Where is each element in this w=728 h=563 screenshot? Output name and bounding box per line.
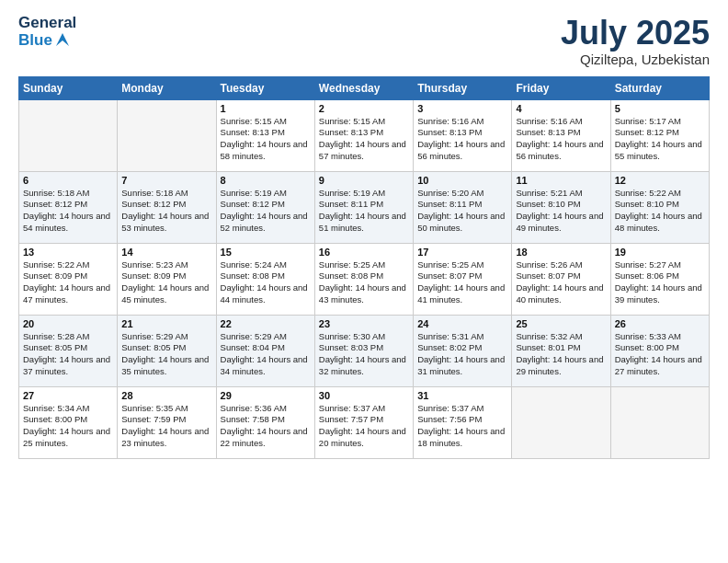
- day-number: 28: [121, 390, 211, 401]
- day-info: Sunrise: 5:37 AMSunset: 7:56 PMDaylight:…: [417, 403, 507, 450]
- logo: General Blue: [18, 15, 76, 49]
- day-info: Sunrise: 5:30 AMSunset: 8:03 PMDaylight:…: [319, 331, 409, 378]
- calendar: SundayMondayTuesdayWednesdayThursdayFrid…: [18, 76, 710, 459]
- day-info: Sunrise: 5:29 AMSunset: 8:05 PMDaylight:…: [121, 331, 211, 378]
- day-info: Sunrise: 5:15 AMSunset: 8:13 PMDaylight:…: [221, 116, 311, 163]
- day-number: 21: [121, 318, 211, 329]
- day-info: Sunrise: 5:36 AMSunset: 7:58 PMDaylight:…: [221, 403, 311, 450]
- day-info: Sunrise: 5:25 AMSunset: 8:07 PMDaylight:…: [417, 259, 507, 306]
- day-number: 10: [417, 175, 507, 186]
- calendar-cell: 31Sunrise: 5:37 AMSunset: 7:56 PMDayligh…: [414, 386, 512, 458]
- weekday-header: Friday: [512, 76, 610, 99]
- calendar-cell: 21Sunrise: 5:29 AMSunset: 8:05 PMDayligh…: [118, 315, 216, 386]
- day-info: Sunrise: 5:34 AMSunset: 8:00 PMDaylight:…: [23, 403, 113, 450]
- day-number: 16: [319, 247, 409, 258]
- day-number: 2: [319, 103, 409, 114]
- day-number: 6: [23, 175, 113, 186]
- day-number: 13: [23, 247, 113, 258]
- day-number: 25: [516, 318, 606, 329]
- day-info: Sunrise: 5:26 AMSunset: 8:07 PMDaylight:…: [516, 259, 606, 306]
- calendar-cell: 30Sunrise: 5:37 AMSunset: 7:57 PMDayligh…: [314, 386, 413, 458]
- logo-icon: [54, 31, 71, 48]
- title-section: July 2025 Qiziltepa, Uzbekistan: [561, 15, 710, 67]
- calendar-cell: 6Sunrise: 5:18 AMSunset: 8:12 PMDaylight…: [19, 171, 118, 243]
- logo-blue: Blue: [18, 32, 52, 50]
- day-info: Sunrise: 5:37 AMSunset: 7:57 PMDaylight:…: [319, 403, 409, 450]
- calendar-cell: 10Sunrise: 5:20 AMSunset: 8:11 PMDayligh…: [414, 171, 512, 243]
- page: General Blue July 2025 Qiziltepa, Uzbeki…: [0, 0, 728, 563]
- calendar-cell: 20Sunrise: 5:28 AMSunset: 8:05 PMDayligh…: [19, 315, 118, 386]
- calendar-cell: 29Sunrise: 5:36 AMSunset: 7:58 PMDayligh…: [216, 386, 314, 458]
- calendar-week-row: 27Sunrise: 5:34 AMSunset: 8:00 PMDayligh…: [19, 386, 710, 458]
- day-info: Sunrise: 5:27 AMSunset: 8:06 PMDaylight:…: [615, 259, 705, 306]
- day-info: Sunrise: 5:35 AMSunset: 7:59 PMDaylight:…: [121, 403, 211, 450]
- day-number: 31: [417, 390, 507, 401]
- day-number: 11: [516, 175, 606, 186]
- calendar-cell: 1Sunrise: 5:15 AMSunset: 8:13 PMDaylight…: [216, 99, 314, 171]
- day-number: 20: [23, 318, 113, 329]
- day-info: Sunrise: 5:23 AMSunset: 8:09 PMDaylight:…: [121, 259, 211, 306]
- calendar-cell: 5Sunrise: 5:17 AMSunset: 8:12 PMDaylight…: [610, 99, 709, 171]
- day-info: Sunrise: 5:17 AMSunset: 8:12 PMDaylight:…: [615, 116, 705, 163]
- day-number: 5: [615, 103, 705, 114]
- day-info: Sunrise: 5:18 AMSunset: 8:12 PMDaylight:…: [23, 188, 113, 235]
- calendar-cell: [512, 386, 610, 458]
- calendar-cell: 11Sunrise: 5:21 AMSunset: 8:10 PMDayligh…: [512, 171, 610, 243]
- day-number: 27: [23, 390, 113, 401]
- calendar-cell: 2Sunrise: 5:15 AMSunset: 8:13 PMDaylight…: [314, 99, 413, 171]
- month-title: July 2025: [561, 15, 710, 52]
- day-number: 1: [221, 103, 311, 114]
- calendar-cell: 9Sunrise: 5:19 AMSunset: 8:11 PMDaylight…: [314, 171, 413, 243]
- calendar-cell: 28Sunrise: 5:35 AMSunset: 7:59 PMDayligh…: [118, 386, 216, 458]
- day-info: Sunrise: 5:31 AMSunset: 8:02 PMDaylight:…: [417, 331, 507, 378]
- day-number: 30: [319, 390, 409, 401]
- day-info: Sunrise: 5:20 AMSunset: 8:11 PMDaylight:…: [417, 188, 507, 235]
- day-number: 22: [221, 318, 311, 329]
- day-info: Sunrise: 5:16 AMSunset: 8:13 PMDaylight:…: [516, 116, 606, 163]
- day-number: 18: [516, 247, 606, 258]
- calendar-header-row: SundayMondayTuesdayWednesdayThursdayFrid…: [19, 76, 710, 99]
- weekday-header: Monday: [118, 76, 216, 99]
- day-info: Sunrise: 5:15 AMSunset: 8:13 PMDaylight:…: [319, 116, 409, 163]
- day-number: 19: [615, 247, 705, 258]
- day-number: 23: [319, 318, 409, 329]
- calendar-cell: 24Sunrise: 5:31 AMSunset: 8:02 PMDayligh…: [414, 315, 512, 386]
- calendar-week-row: 13Sunrise: 5:22 AMSunset: 8:09 PMDayligh…: [19, 243, 710, 315]
- calendar-week-row: 6Sunrise: 5:18 AMSunset: 8:12 PMDaylight…: [19, 171, 710, 243]
- calendar-cell: 12Sunrise: 5:22 AMSunset: 8:10 PMDayligh…: [610, 171, 709, 243]
- day-info: Sunrise: 5:29 AMSunset: 8:04 PMDaylight:…: [221, 331, 311, 378]
- calendar-cell: 18Sunrise: 5:26 AMSunset: 8:07 PMDayligh…: [512, 243, 610, 315]
- calendar-week-row: 1Sunrise: 5:15 AMSunset: 8:13 PMDaylight…: [19, 99, 710, 171]
- weekday-header: Tuesday: [216, 76, 314, 99]
- weekday-header: Wednesday: [314, 76, 413, 99]
- calendar-cell: 25Sunrise: 5:32 AMSunset: 8:01 PMDayligh…: [512, 315, 610, 386]
- calendar-cell: [19, 99, 118, 171]
- weekday-header: Saturday: [610, 76, 709, 99]
- day-info: Sunrise: 5:18 AMSunset: 8:12 PMDaylight:…: [121, 188, 211, 235]
- calendar-cell: 26Sunrise: 5:33 AMSunset: 8:00 PMDayligh…: [610, 315, 709, 386]
- svg-marker-0: [56, 33, 69, 46]
- day-number: 3: [417, 103, 507, 114]
- calendar-cell: 19Sunrise: 5:27 AMSunset: 8:06 PMDayligh…: [610, 243, 709, 315]
- day-info: Sunrise: 5:21 AMSunset: 8:10 PMDaylight:…: [516, 188, 606, 235]
- day-number: 7: [121, 175, 211, 186]
- calendar-cell: 13Sunrise: 5:22 AMSunset: 8:09 PMDayligh…: [19, 243, 118, 315]
- calendar-cell: 27Sunrise: 5:34 AMSunset: 8:00 PMDayligh…: [19, 386, 118, 458]
- day-number: 8: [221, 175, 311, 186]
- calendar-cell: 7Sunrise: 5:18 AMSunset: 8:12 PMDaylight…: [118, 171, 216, 243]
- day-number: 4: [516, 103, 606, 114]
- calendar-cell: [118, 99, 216, 171]
- day-number: 24: [417, 318, 507, 329]
- day-info: Sunrise: 5:19 AMSunset: 8:12 PMDaylight:…: [221, 188, 311, 235]
- day-info: Sunrise: 5:24 AMSunset: 8:08 PMDaylight:…: [221, 259, 311, 306]
- day-number: 17: [417, 247, 507, 258]
- day-info: Sunrise: 5:32 AMSunset: 8:01 PMDaylight:…: [516, 331, 606, 378]
- calendar-cell: [610, 386, 709, 458]
- weekday-header: Thursday: [414, 76, 512, 99]
- day-number: 14: [121, 247, 211, 258]
- weekday-header: Sunday: [19, 76, 118, 99]
- logo-general: General: [18, 15, 76, 32]
- day-info: Sunrise: 5:33 AMSunset: 8:00 PMDaylight:…: [615, 331, 705, 378]
- calendar-cell: 8Sunrise: 5:19 AMSunset: 8:12 PMDaylight…: [216, 171, 314, 243]
- calendar-cell: 4Sunrise: 5:16 AMSunset: 8:13 PMDaylight…: [512, 99, 610, 171]
